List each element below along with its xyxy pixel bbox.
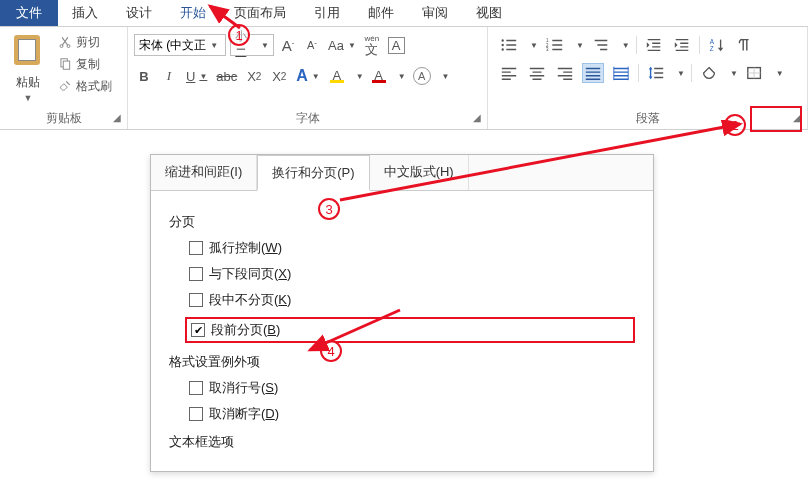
- keep-with-next-checkbox[interactable]: 与下段同页(X): [189, 265, 635, 283]
- tab-mailings[interactable]: 邮件: [354, 0, 408, 26]
- copy-button[interactable]: 复制: [58, 53, 112, 75]
- font-color-dropdown-icon[interactable]: ▼: [398, 72, 406, 81]
- section-exceptions-label: 格式设置例外项: [169, 353, 635, 371]
- section-textbox-label: 文本框选项: [169, 433, 635, 451]
- clipboard-launcher-icon[interactable]: ◢: [110, 111, 124, 125]
- keep-lines-together-checkbox[interactable]: 段中不分页(K): [189, 291, 635, 309]
- change-case-button[interactable]: Aa▼: [326, 34, 358, 56]
- suppress-hyphenation-checkbox[interactable]: 取消断字(D): [189, 405, 635, 423]
- enclosed-char-button[interactable]: A: [411, 65, 433, 87]
- font-color-button[interactable]: A: [369, 65, 389, 87]
- underline-button[interactable]: U▼: [184, 65, 209, 87]
- checkbox-icon: [189, 407, 203, 421]
- ribbon-tabs: 文件 插入 设计 开始 页面布局 引用 邮件 审阅 视图: [0, 0, 808, 26]
- enclosed-char-dropdown-icon[interactable]: ▼: [442, 72, 450, 81]
- svg-text:3: 3: [546, 47, 549, 52]
- line-spacing-button[interactable]: [645, 63, 667, 83]
- multilevel-list-button[interactable]: [590, 35, 612, 55]
- tab-home[interactable]: 开始: [166, 0, 220, 26]
- svg-rect-3: [63, 61, 69, 69]
- tab-design[interactable]: 设计: [112, 0, 166, 26]
- svg-point-5: [502, 44, 504, 46]
- multilevel-dropdown-icon[interactable]: ▼: [622, 41, 630, 50]
- superscript-button[interactable]: X2: [269, 65, 289, 87]
- svg-text:Z: Z: [710, 45, 714, 52]
- shrink-font-button[interactable]: Aˇ: [302, 34, 322, 56]
- align-distributed-button[interactable]: [610, 63, 632, 83]
- copy-icon: [58, 57, 72, 71]
- strikethrough-button[interactable]: abc: [214, 65, 239, 87]
- grow-font-button[interactable]: Aˆ: [278, 34, 298, 56]
- numbered-dropdown-icon[interactable]: ▼: [576, 41, 584, 50]
- checkbox-checked-icon: ✔: [191, 323, 205, 337]
- decrease-indent-button[interactable]: [643, 35, 665, 55]
- align-right-button[interactable]: [554, 63, 576, 83]
- italic-button[interactable]: I: [159, 65, 179, 87]
- shading-button[interactable]: [698, 63, 720, 83]
- ribbon: 粘贴 ▼ 剪切 复制 格式刷 剪贴板 ◢ 宋体 (中文正▼: [0, 26, 808, 130]
- tab-insert[interactable]: 插入: [58, 0, 112, 26]
- paste-dropdown-icon[interactable]: ▼: [6, 93, 50, 103]
- svg-point-4: [502, 39, 504, 41]
- shading-dropdown-icon[interactable]: ▼: [730, 69, 738, 78]
- highlight-dropdown-icon[interactable]: ▼: [356, 72, 364, 81]
- dialog-tabs: 缩进和间距(I) 换行和分页(P) 中文版式(H): [151, 155, 653, 191]
- cut-icon: [58, 35, 72, 49]
- keep-next-label: 与下段同页(X): [209, 265, 291, 283]
- widow-label: 孤行控制(W): [209, 239, 282, 257]
- numbered-list-button[interactable]: 123: [544, 35, 566, 55]
- line-spacing-dropdown-icon[interactable]: ▼: [677, 69, 685, 78]
- tab-view[interactable]: 视图: [462, 0, 516, 26]
- paragraph-launcher-icon[interactable]: ◢: [790, 111, 804, 125]
- align-center-button[interactable]: [526, 63, 548, 83]
- bullet-dropdown-icon[interactable]: ▼: [530, 41, 538, 50]
- tab-review[interactable]: 审阅: [408, 0, 462, 26]
- subscript-button[interactable]: X2: [244, 65, 264, 87]
- suppress-line-numbers-checkbox[interactable]: 取消行号(S): [189, 379, 635, 397]
- cut-label: 剪切: [76, 34, 100, 51]
- tab-indent-spacing[interactable]: 缩进和间距(I): [151, 155, 257, 190]
- cut-button[interactable]: 剪切: [58, 31, 112, 53]
- tab-asian-typography[interactable]: 中文版式(H): [370, 155, 469, 190]
- borders-dropdown-icon[interactable]: ▼: [776, 69, 784, 78]
- highlight-button[interactable]: A: [327, 65, 347, 87]
- bullet-list-button[interactable]: [498, 35, 520, 55]
- font-launcher-icon[interactable]: ◢: [470, 111, 484, 125]
- tab-file[interactable]: 文件: [0, 0, 58, 26]
- svg-point-1: [67, 45, 70, 48]
- increase-indent-button[interactable]: [671, 35, 693, 55]
- svg-point-0: [60, 45, 63, 48]
- format-painter-button[interactable]: 格式刷: [58, 75, 112, 97]
- widow-control-checkbox[interactable]: 孤行控制(W): [189, 239, 635, 257]
- text-effects-button[interactable]: A▼: [294, 65, 321, 87]
- checkbox-icon: [189, 293, 203, 307]
- char-border-button[interactable]: A: [386, 34, 407, 56]
- page-break-before-checkbox[interactable]: ✔ 段前分页(B): [185, 317, 635, 343]
- tab-references[interactable]: 引用: [300, 0, 354, 26]
- bold-button[interactable]: B: [134, 65, 154, 87]
- font-size-combo[interactable]: 小二▼: [230, 34, 274, 56]
- phonetic-guide-button[interactable]: wén 文: [362, 34, 382, 56]
- sort-button[interactable]: AZ: [706, 35, 728, 55]
- borders-button[interactable]: [744, 63, 766, 83]
- checkbox-icon: [189, 381, 203, 395]
- font-size-value: 小二: [235, 28, 257, 62]
- align-left-button[interactable]: [498, 63, 520, 83]
- copy-label: 复制: [76, 56, 100, 73]
- checkbox-icon: [189, 241, 203, 255]
- brush-icon: [58, 79, 72, 93]
- checkbox-icon: [189, 267, 203, 281]
- align-justify-button[interactable]: [582, 63, 604, 83]
- group-font: 宋体 (中文正▼ 小二▼ Aˆ Aˇ Aa▼ wén 文 A B I U▼ ab…: [128, 27, 488, 129]
- tab-line-page-breaks[interactable]: 换行和分页(P): [257, 155, 369, 191]
- clipboard-group-label: 剪贴板: [0, 110, 127, 127]
- font-name-value: 宋体 (中文正: [139, 37, 206, 54]
- paste-icon[interactable]: [10, 33, 46, 69]
- format-painter-label: 格式刷: [76, 78, 112, 95]
- show-marks-button[interactable]: [734, 35, 756, 55]
- tab-page-layout[interactable]: 页面布局: [220, 0, 300, 26]
- section-pagination-label: 分页: [169, 213, 635, 231]
- keep-lines-label: 段中不分页(K): [209, 291, 291, 309]
- paste-button[interactable]: 粘贴: [6, 74, 50, 91]
- font-name-combo[interactable]: 宋体 (中文正▼: [134, 34, 226, 56]
